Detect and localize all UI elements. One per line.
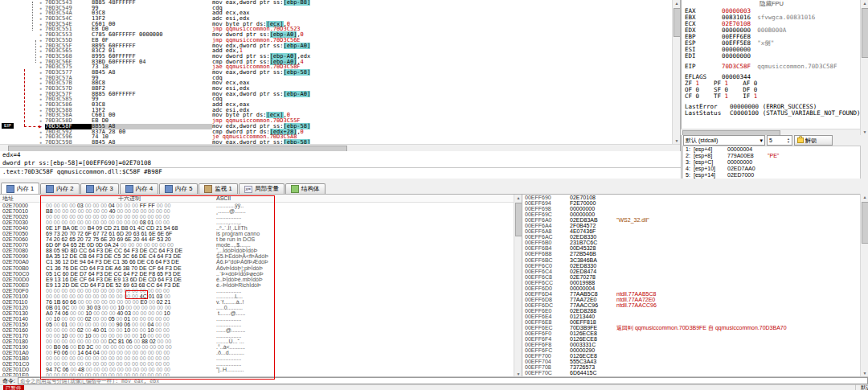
register-row[interactable]: ESI00000000 bbox=[685, 47, 862, 53]
stack-row[interactable]: 00EFF6B0231B7C6C bbox=[522, 240, 861, 245]
stack-row[interactable]: 00EFF6B8272B546B bbox=[522, 251, 861, 257]
registers-pane[interactable]: 隐藏FPU EAX00000003EBX00831016sfvwgca.0083… bbox=[681, 0, 862, 129]
tab-监视 1[interactable]: 监视 1 bbox=[199, 183, 237, 194]
dump-vertical-scrollbar[interactable]: ▲ ▼ bbox=[514, 195, 522, 377]
scrollbar-thumb[interactable] bbox=[674, 8, 681, 37]
dump-row[interactable]: 02E700C005 1C 60 DE D7 64 F3 DE CC 64 F2… bbox=[0, 271, 522, 277]
stack-row[interactable]: 00EFF694F2E70000 bbox=[522, 200, 861, 206]
dump-row[interactable]: 02E7000000 00 00 00 03 00 00 00 04 00 00… bbox=[0, 203, 522, 208]
dump-row[interactable]: 02E700B0C1 36 76 DE CD 64 F3 DE A6 3B 70… bbox=[0, 265, 522, 271]
stack-row[interactable]: 00EFF6CC00019988 bbox=[522, 280, 861, 285]
stack-row[interactable]: 00EFF6EC70D3B9FE返回到 qqmusiccommon.70D3B9… bbox=[522, 325, 861, 330]
stack-row[interactable]: 00EFF6A84E07436F bbox=[522, 228, 861, 234]
register-row[interactable]: LastStatusC0000100 (STATUS_VARIABLE_NOT_… bbox=[685, 110, 862, 117]
dump-row[interactable]: 02E700F000 00 00 00 00 00 00 00 00 00 00… bbox=[0, 288, 522, 294]
tab-内存 1[interactable]: 内存 1 bbox=[1, 183, 39, 194]
command-input[interactable] bbox=[18, 377, 868, 384]
dump-row[interactable]: 02E7018000 00 00 00 00 00 00 00 DC 81 06… bbox=[0, 339, 522, 344]
dump-row[interactable]: 02E700706D 6F 64 65 2E 0D 0D 0A 24 00 00… bbox=[0, 242, 522, 248]
dump-row[interactable]: 02E701A000 F0 06 00 14 64 04 00 00 00 00… bbox=[0, 350, 522, 355]
register-row[interactable]: EIP70D3C58Fqqmusiccommon.70D3C58F bbox=[685, 64, 862, 70]
stack-row[interactable]: 00EFF6DC77AACC96ntdll.77AACC96 bbox=[522, 302, 861, 308]
disassembly-pane[interactable]: ●70D3C5438B85 48FFFFFFmov eax,dword ptr … bbox=[0, 0, 681, 152]
scrollbar-thumb[interactable] bbox=[862, 8, 868, 58]
flags-row[interactable]: ZF 1PF 1AF 0 bbox=[685, 80, 862, 87]
dump-row[interactable]: 02E7002000 00 00 00 00 00 00 00 00 00 00… bbox=[0, 214, 522, 220]
dump-row[interactable]: 02E701C000 00 00 00 00 00 00 00 00 00 00… bbox=[0, 361, 522, 367]
tab-内存 4[interactable]: 内存 4 bbox=[120, 183, 158, 194]
stack-row[interactable]: 00EFF6FC00000290 bbox=[522, 347, 861, 353]
tab-局部变量[interactable]: x=局部变量 bbox=[239, 183, 285, 194]
dump-row[interactable]: 02E70130A0 74 06 00 00 10 00 00 00 40 03… bbox=[0, 310, 522, 316]
dump-row[interactable]: 02E7016000 00 00 00 02 00 40 01 00 00 10… bbox=[0, 327, 522, 333]
stack-row[interactable]: 00EFF6E800EFF818 bbox=[522, 319, 861, 325]
stack-row[interactable]: 00EFF6E002ED8288 bbox=[522, 308, 861, 314]
stack-row[interactable]: 00EFF70873726573 bbox=[522, 364, 861, 370]
tab-内存 3[interactable]: 内存 3 bbox=[80, 183, 119, 194]
scrollbar-thumb[interactable] bbox=[862, 202, 868, 244]
memory-dump-pane[interactable]: 地址 十六进制 ASCII 02E7000000 00 00 00 03 00 … bbox=[0, 194, 522, 377]
argument-row[interactable]: 2:[esp+8]779A00E8"PE" bbox=[683, 153, 860, 159]
stack-row[interactable]: 00EFF6C802E70278 bbox=[522, 274, 861, 280]
scrollbar-thumb[interactable] bbox=[515, 203, 522, 236]
dump-row[interactable]: 02E7005069 73 20 70 72 6F 67 72 61 6D 20… bbox=[0, 231, 522, 236]
argument-row[interactable]: 3:[esp+C]00000000 bbox=[683, 159, 860, 166]
dump-row[interactable]: 02E700E0E9 13 2D DE CD 64 F3 DE 52 69 63… bbox=[0, 282, 522, 288]
dump-row[interactable]: 02E7010000 00 00 00 00 00 00 00 00 00 00… bbox=[0, 294, 522, 299]
hide-fpu-button[interactable]: 隐藏FPU bbox=[682, 0, 862, 8]
flags-row[interactable]: CF 0TF 1IF 1 bbox=[685, 93, 862, 100]
dump-row[interactable]: 02E701B000 00 00 00 00 00 00 00 00 00 00… bbox=[0, 355, 522, 361]
stack-row[interactable]: 00EFF6F40126ECE8 bbox=[522, 336, 861, 342]
dump-row[interactable]: 02E7017000 00 10 00 00 10 00 00 00 00 00… bbox=[0, 333, 522, 339]
dump-row[interactable]: 02E7003000 00 00 00 00 00 00 00 00 00 00… bbox=[0, 220, 522, 225]
dump-row[interactable]: 02E7011076 1B 60 66 00 00 00 00 00 00 00… bbox=[0, 299, 522, 305]
dump-row[interactable]: 02E7019000 B0 06 00 E0 3C 00 00 00 00 00… bbox=[0, 344, 522, 350]
dump-row[interactable]: 02E7014000 10 00 00 00 02 00 00 05 00 01… bbox=[0, 316, 522, 322]
disasm-row[interactable]: ●70D3C57F8B85 60FFFFFFmov eax,dword ptr … bbox=[0, 92, 672, 97]
dump-row[interactable]: 02E700A0C1 36 12 DE 94 64 F3 DE C1 36 66… bbox=[0, 259, 522, 265]
dump-row[interactable]: 02E7015005 00 01 00 00 00 00 00 00 90 06… bbox=[0, 322, 522, 327]
stack-row[interactable]: 00EFF6F00126ECE8 bbox=[522, 330, 861, 336]
argument-row[interactable]: 4:[esp+10]02ED7AA0 bbox=[683, 166, 860, 172]
register-row[interactable]: EBX00831016sfvwgca.00831016 bbox=[685, 14, 862, 21]
dump-row[interactable]: 02E70010B8 00 00 00 00 00 00 00 40 00 00… bbox=[0, 208, 522, 214]
stack-row[interactable]: 00EFF6D000000004 bbox=[522, 285, 861, 291]
stack-row[interactable]: 00EFF6A002ED83AB"WS2_32.dll" bbox=[522, 217, 861, 223]
stack-row[interactable]: 00EFF7000126ECE8 bbox=[522, 353, 861, 359]
stack-pane[interactable]: 00EFF69002E7010800EFF694F2E7000000EFF698… bbox=[522, 194, 861, 377]
stack-row[interactable]: 00EFF6F80003331C bbox=[522, 342, 861, 347]
stack-row[interactable]: 00EFF69800000000 bbox=[522, 206, 861, 211]
tab-内存 2[interactable]: 内存 2 bbox=[40, 183, 79, 194]
register-row[interactable]: EDI00000000 bbox=[685, 53, 862, 60]
flags-row[interactable]: OF 0SF 0DF 0 bbox=[685, 87, 862, 93]
scroll-up-icon[interactable]: ▲ bbox=[861, 0, 868, 6]
register-row[interactable]: EDX00000000000B000A bbox=[685, 27, 862, 34]
scroll-up-icon[interactable]: ▲ bbox=[514, 195, 522, 201]
stack-row[interactable]: 00EFF6AC02ED8330 bbox=[522, 234, 861, 240]
calling-convention-select[interactable]: 默认 (stdcall) ▾ bbox=[683, 135, 765, 146]
stack-row[interactable]: 00EFF6D477AAB5C8ntdll.77AAB5C8 bbox=[522, 291, 861, 297]
dump-row[interactable]: 02E700400E 1F BA 0E 00 B4 09 CD 21 B8 01… bbox=[0, 225, 522, 231]
registers-vertical-scrollbar[interactable]: ▲ ▼ bbox=[860, 0, 868, 135]
stack-row[interactable]: 00EFF6C002ED8330 bbox=[522, 263, 861, 269]
stack-row[interactable]: 00EFF69002E70108 bbox=[522, 195, 861, 200]
disasm-row[interactable]: ●70D3C5778B45 A8mov eax,dword ptr ss:[eb… bbox=[0, 70, 672, 76]
tab-内存 5[interactable]: 内存 5 bbox=[159, 183, 198, 194]
stack-row[interactable]: 00EFF6A42F0B4572 bbox=[522, 223, 861, 228]
scroll-down-icon[interactable]: ▼ bbox=[861, 129, 868, 135]
dump-row[interactable]: 02E701D094 7C 06 00 48 00 00 00 00 00 00… bbox=[0, 367, 522, 372]
tab-结构体[interactable]: 结构体 bbox=[285, 183, 326, 194]
disasm-row[interactable]: ●70D3C5438B85 48FFFFFFmov eax,dword ptr … bbox=[0, 0, 672, 6]
argument-row[interactable]: 1:[esp+4]00000004 bbox=[683, 146, 860, 153]
register-row[interactable]: EFLAGS00000344 bbox=[685, 74, 862, 80]
argument-count-stepper[interactable]: 5 ▲▼ bbox=[767, 135, 792, 146]
register-row[interactable]: ESP00EFF5E8"x侧" bbox=[685, 40, 862, 47]
dump-row[interactable]: 02E700D0E9 13 16 DE CF 64 F3 DE E9 13 6D… bbox=[0, 277, 522, 282]
scroll-down-icon[interactable]: ▼ bbox=[861, 370, 868, 376]
unlock-button[interactable]: 解锁 bbox=[794, 135, 833, 146]
dump-row[interactable]: 02E701200B 01 0C 00 00 30 03 00 00 10 00… bbox=[0, 305, 522, 310]
stack-row[interactable]: 00EFF6E401213440 bbox=[522, 314, 861, 319]
stack-row[interactable]: 00EFF69C00000000 bbox=[522, 211, 861, 217]
stack-vertical-scrollbar[interactable]: ▲ ▼ bbox=[860, 194, 868, 376]
stack-row[interactable]: 00EFF6BC3C3846BA bbox=[522, 257, 861, 263]
